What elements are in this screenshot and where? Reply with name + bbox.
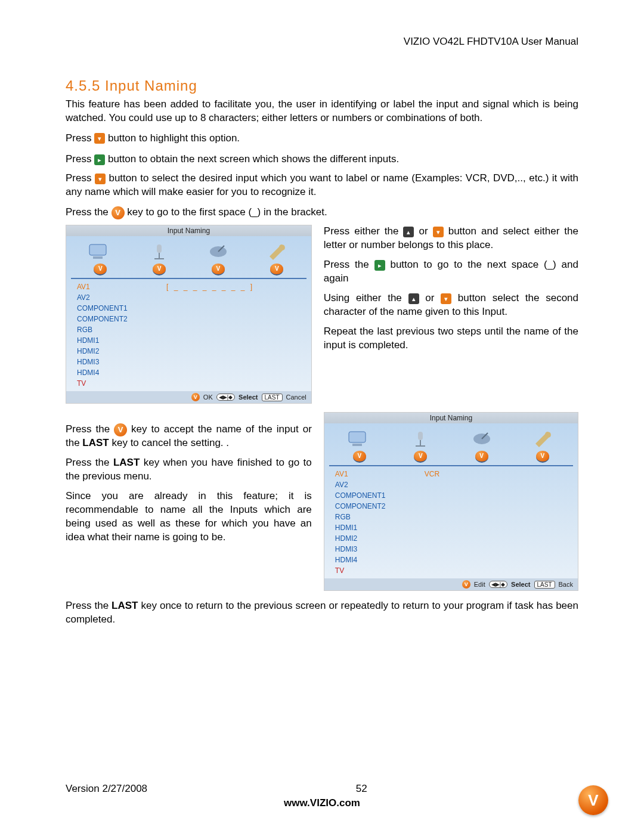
menu-item-label: HDMI1	[77, 335, 166, 346]
r1b: or	[419, 225, 433, 237]
menu-item: RGB	[77, 324, 305, 335]
vizio-logo-large-icon: V	[578, 785, 608, 815]
step-1: Press ▾ button to highlight this option.	[66, 130, 578, 146]
vizio-logo-icon: V	[462, 580, 470, 589]
right-arrow-icon: ▸	[94, 154, 105, 165]
mic-icon	[144, 241, 174, 262]
l2p1a: Press the	[66, 423, 114, 435]
r2a: Press the	[324, 259, 374, 270]
menu-item-label: HDMI3	[77, 357, 166, 367]
vtab-icon: V	[536, 451, 549, 463]
right-p1: Press either the ▴ or ▾ button and selec…	[324, 225, 578, 252]
menu-item-label: COMPONENT2	[77, 314, 166, 324]
last-key-label: LAST	[112, 600, 138, 611]
menu-item-label: HDMI3	[335, 544, 425, 555]
menu-item-label: AV2	[77, 292, 166, 303]
tv-icon	[85, 241, 115, 262]
ch-down-icon: ▾	[433, 227, 444, 237]
bp1b: key once to return to the previous scree…	[66, 600, 578, 625]
last-key-label: LAST	[82, 437, 109, 448]
step-1b: button to highlight this option.	[108, 132, 240, 144]
step-3: Press ▾ button to select the desired inp…	[66, 172, 578, 199]
menu-item: COMPONENT1	[77, 303, 305, 314]
svg-rect-9	[418, 432, 423, 440]
menu-item-label: COMPONENT1	[335, 490, 425, 501]
footer-arrows: ◀▶|◆	[216, 394, 235, 401]
menu-item: TV	[335, 565, 572, 576]
r3a: Using either the	[324, 292, 408, 304]
menu-item: AV1[ _ _ _ _ _ _ _ _ ]	[77, 281, 305, 292]
l2p1c: key to cancel the setting. .	[109, 437, 229, 448]
step-4a: Press the	[66, 206, 112, 218]
svg-rect-8	[352, 444, 362, 446]
r1a: Press either the	[324, 225, 404, 237]
doc-title: VIZIO VO42L FHDTV10A User Manual	[66, 36, 578, 48]
ch-up-icon: ▴	[408, 293, 419, 304]
footer-page-number: 52	[356, 783, 367, 795]
menu-item-label: HDMI2	[77, 346, 166, 357]
menu-item: HDMI4	[335, 555, 572, 565]
menu-item-label: RGB	[335, 512, 425, 522]
menu-item: COMPONENT1	[335, 490, 572, 501]
step-4b: key to go to the first space (_) in the …	[127, 206, 327, 218]
menu-item-label: COMPONENT2	[335, 501, 425, 512]
menu-item-label: AV1	[335, 469, 425, 479]
ch-down-icon-2: ▾	[95, 174, 106, 184]
menu-item-label: HDMI4	[335, 555, 425, 565]
section-number: 4.5.5	[66, 78, 100, 94]
menu-item-label: HDMI2	[335, 533, 425, 544]
vizio-logo-icon: V	[112, 206, 125, 219]
left2-p2: Press the LAST key when you have finishe…	[66, 456, 312, 484]
intro-text: This feature has been added to facilitat…	[66, 98, 578, 125]
step-2b: button to obtain the next screen which s…	[108, 153, 399, 165]
dish-icon	[467, 428, 497, 450]
mic-icon	[405, 428, 435, 450]
footer-url: www.VIZIO.com	[66, 797, 578, 809]
vtab-icon: V	[475, 451, 488, 463]
vtab-icon: V	[153, 264, 166, 275]
bp1a: Press the	[66, 600, 112, 611]
menu-item-label: TV	[335, 565, 425, 576]
osd-menu-1: Input Naming V V V V AV1[ _ _ _ _ _ _ _ …	[66, 225, 312, 404]
footer-select: Select	[239, 394, 258, 401]
menu-item-label: AV2	[335, 479, 425, 490]
dish-icon	[203, 241, 233, 262]
footer-arrows: ◀▶|◆	[489, 581, 507, 588]
vizio-logo-icon: V	[191, 393, 200, 401]
menu-item: AV1VCR	[335, 469, 572, 479]
menu-item: AV2	[335, 479, 572, 490]
footer-cancel: Cancel	[286, 394, 306, 401]
footer-version: Version 2/27/2008	[66, 783, 147, 795]
ch-down-icon: ▾	[441, 293, 451, 304]
footer-last-key: LAST	[534, 581, 555, 589]
osd-footer-1: V OK ◀▶|◆ Select LAST Cancel	[66, 391, 311, 403]
bottom-para: Press the LAST key once to return to the…	[66, 599, 578, 627]
menu-item-label: RGB	[77, 324, 166, 335]
menu-item: TV	[77, 378, 305, 389]
last-key-label: LAST	[113, 457, 140, 468]
menu-item-label: HDMI1	[335, 522, 425, 533]
menu-item: COMPONENT2	[77, 314, 305, 324]
l2p2a: Press the	[66, 457, 113, 468]
right-p2: Press the ▸ button to go to the next spa…	[324, 258, 578, 286]
footer-select: Select	[511, 581, 530, 588]
menu-item-label: COMPONENT1	[77, 303, 166, 314]
right-p3: Using either the ▴ or ▾ button select th…	[324, 292, 578, 319]
menu-item: HDMI3	[335, 544, 572, 555]
menu-item: HDMI2	[335, 533, 572, 544]
menu-item: HDMI3	[77, 357, 305, 367]
vizio-logo-icon: V	[114, 423, 127, 436]
edit-value: [ _ _ _ _ _ _ _ _ ]	[166, 281, 254, 292]
menu-item-label: HDMI4	[77, 367, 166, 378]
footer-back: Back	[559, 581, 573, 588]
assigned-name: VCR	[425, 469, 439, 479]
svg-rect-7	[349, 432, 366, 442]
step-3a: Press	[66, 172, 95, 184]
ch-down-icon: ▾	[94, 133, 105, 144]
right-arrow-icon: ▸	[374, 260, 385, 271]
vtab-icon: V	[414, 451, 427, 463]
osd-footer-2: V Edit ◀▶|◆ Select LAST Back	[324, 578, 578, 590]
section-title-text: Input Naming	[105, 78, 197, 94]
step-4: Press the V key to go to the first space…	[66, 204, 578, 220]
osd-menu-2: Input Naming V V V V AV1VCR AV2	[324, 412, 578, 591]
